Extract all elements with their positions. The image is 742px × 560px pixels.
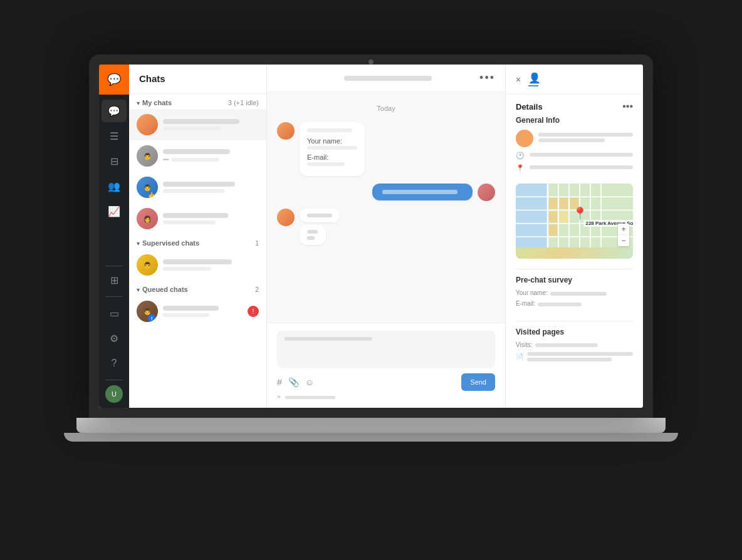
typing-bar <box>307 214 332 217</box>
sidebar-item-list[interactable]: ☰ <box>102 125 127 147</box>
response-bar-2 <box>307 236 315 240</box>
info-bar-sub <box>538 138 605 142</box>
chat-info-5 <box>163 259 259 271</box>
msg-row-1: Your name: E-mail: <box>277 122 495 176</box>
chat-header-more[interactable]: ••• <box>479 71 495 85</box>
svg-rect-15 <box>549 211 558 222</box>
person-tab[interactable]: 👤 <box>528 72 541 86</box>
chat-item-4[interactable]: 👩 <box>129 203 266 234</box>
sidebar: 💬 💬 ☰ ⊟ 👥 <box>99 65 129 408</box>
my-chats-section-header[interactable]: ▾ My chats 3 (+1 idle) <box>129 94 266 109</box>
location-icon: 📍 <box>516 163 525 172</box>
my-chats-chevron: ▾ <box>137 100 140 106</box>
emoji-icon[interactable]: ☺ <box>305 377 314 387</box>
analytics-icon: 📈 <box>108 205 120 217</box>
input-toolbar: # 📎 ☺ Send <box>277 373 495 391</box>
chat-input-area: # 📎 ☺ Send + <box>267 323 505 408</box>
page-icon-1: 📄 <box>516 353 523 360</box>
chat-item-6[interactable]: 👨 f ! <box>129 296 266 327</box>
queued-chats-chevron: ▾ <box>137 286 140 293</box>
visits-row: Visits: <box>516 341 633 348</box>
queued-chats-section-header[interactable]: ▾ Queued chats 2 <box>129 281 266 296</box>
msg-bubble-agent <box>372 184 473 200</box>
chat-preview-2 <box>171 158 219 162</box>
info-bar-name <box>538 133 633 137</box>
user-avatar[interactable]: U <box>105 385 123 403</box>
right-panel-header: × 👤 <box>506 65 643 95</box>
users-icon: 👥 <box>108 180 120 192</box>
chat-info-4 <box>163 213 259 224</box>
info-user-bars <box>538 133 633 144</box>
help-icon: ? <box>112 358 117 369</box>
sidebar-item-analytics[interactable]: 📈 <box>102 200 127 222</box>
sidebar-divider-bot <box>105 380 123 380</box>
right-panel-more[interactable]: ••• <box>622 101 633 112</box>
map-controls: + − <box>618 224 629 246</box>
right-panel-title: Details <box>516 102 543 111</box>
agent-response-bubble <box>300 225 326 245</box>
sidebar-logo[interactable]: 💬 <box>99 65 129 95</box>
chat-item-2[interactable]: 👨 ••• <box>129 140 266 172</box>
chat-avatar-2: 👨 <box>137 145 158 167</box>
close-button[interactable]: × <box>516 75 521 85</box>
chat-item-3[interactable]: 👨 👍 <box>129 172 266 203</box>
settings-icon: ⚙ <box>110 333 118 345</box>
form-field-name: Your name: <box>307 137 357 150</box>
chat-avatar-1 <box>137 114 158 135</box>
chat-main: ••• Today Your name: <box>267 65 505 408</box>
map-zoom-out[interactable]: − <box>618 235 629 246</box>
send-button[interactable]: Send <box>461 373 495 391</box>
chat-preview-6 <box>163 313 209 317</box>
chat-name-6 <box>163 306 219 311</box>
supervised-chats-section-header[interactable]: ▾ Supervised chats 1 <box>129 234 266 249</box>
chat-name-4 <box>163 213 228 218</box>
attach-icon[interactable]: 📎 <box>288 377 299 387</box>
pre-chat-title: Pre-chat survey <box>516 276 633 284</box>
sidebar-item-inbox[interactable]: ⊟ <box>102 150 127 172</box>
svg-rect-1 <box>516 184 548 247</box>
map-zoom-in[interactable]: + <box>618 224 629 235</box>
sidebar-item-settings[interactable]: ⚙ <box>102 327 127 350</box>
date-separator: Today <box>277 105 495 112</box>
visited-pages-title: Visited pages <box>516 328 633 336</box>
fb-badge: f <box>148 314 155 322</box>
msg-avatar-1 <box>277 122 295 140</box>
sidebar-item-chat[interactable]: 💬 <box>102 100 127 122</box>
svg-rect-17 <box>549 224 558 236</box>
my-chats-label: My chats <box>142 99 228 106</box>
survey-email-label: E-mail: <box>516 300 535 307</box>
right-panel: × 👤 Details ••• General Info <box>505 65 643 408</box>
chat-item-1[interactable] <box>129 109 266 140</box>
sidebar-item-help[interactable]: ? <box>102 352 127 375</box>
info-item-user <box>516 130 633 147</box>
chat-main-header: ••• <box>267 65 505 92</box>
chat-input-box[interactable] <box>277 331 495 368</box>
hashtag-icon[interactable]: # <box>277 377 282 387</box>
laptop-bottom <box>64 433 678 442</box>
clock-icon: 🕐 <box>516 151 525 160</box>
msg-avatar-agent <box>478 184 495 201</box>
svg-rect-13 <box>560 198 568 209</box>
info-item-location: 📍 <box>516 163 633 172</box>
chat-list-title: Chats <box>139 73 165 84</box>
input-placeholder <box>285 337 372 341</box>
chat-list-panel: Chats ▾ My chats 3 (+1 idle) <box>129 65 267 408</box>
sidebar-item-card[interactable]: ▭ <box>102 302 127 324</box>
input-hint: + <box>277 393 495 400</box>
sidebar-item-grid[interactable]: ⊞ <box>102 269 127 291</box>
chat-info-3 <box>163 182 259 193</box>
chat-item-5[interactable]: 👨 <box>129 249 266 281</box>
sidebar-bottom: ⊞ ▭ ⚙ ? U <box>102 269 127 408</box>
general-info-section: General Info 🕐 <box>506 116 643 184</box>
chat-notification-badge: ! <box>248 306 259 317</box>
app-layout: 💬 💬 ☰ ⊟ 👥 <box>99 65 643 408</box>
sidebar-item-users[interactable]: 👥 <box>102 175 127 197</box>
msg-visitor-response <box>300 209 340 245</box>
visited-pages-section: Visited pages Visits: 📄 <box>506 328 643 373</box>
msg-bubble-form: Your name: E-mail: <box>300 122 365 176</box>
survey-email-bar <box>538 303 582 306</box>
page-bars-1 <box>527 352 633 363</box>
map-pin: 📍 <box>572 206 588 221</box>
general-info-title: General Info <box>516 116 633 125</box>
msg-text-1 <box>382 190 457 194</box>
